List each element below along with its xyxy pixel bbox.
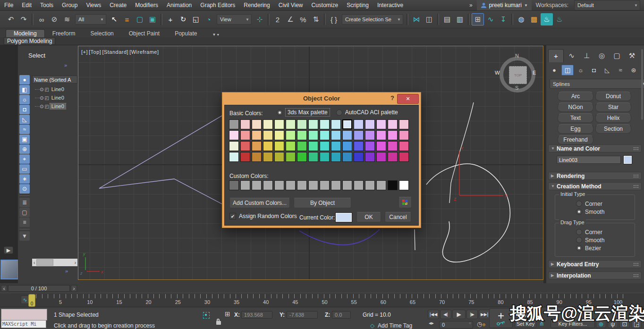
filter-groups-icon[interactable]: ▣ xyxy=(19,135,30,144)
filter-joints-icon[interactable]: ∗ xyxy=(19,174,30,184)
explorer-more2-icon[interactable]: » xyxy=(65,268,68,274)
color-swatch[interactable] xyxy=(354,119,364,129)
radio-icon[interactable] xyxy=(576,245,582,251)
cat-lights-icon[interactable]: ☼ xyxy=(575,65,587,76)
render-setup-icon[interactable]: ▩ xyxy=(528,13,540,25)
ribbon-tab-object-paint[interactable]: Object Paint xyxy=(121,30,167,37)
object-color-swatch[interactable] xyxy=(623,155,632,164)
menu-item[interactable]: Scripting xyxy=(342,0,373,10)
frame-spinner-icon[interactable]: ÷ xyxy=(469,321,471,326)
ribbon-tab-modeling[interactable]: Modeling xyxy=(6,29,45,37)
compass-east[interactable]: E xyxy=(533,70,536,76)
set-keys-button[interactable]: + xyxy=(489,308,513,328)
object-type-text[interactable]: Text xyxy=(558,113,593,123)
previous-frame-button[interactable]: ◀| xyxy=(440,310,451,319)
menu-item[interactable]: Customize xyxy=(307,0,343,10)
radio-icon[interactable] xyxy=(576,229,582,235)
filter-cameras-icon[interactable]: ◘ xyxy=(19,105,30,114)
menu-item[interactable]: Views xyxy=(82,0,105,10)
filter-shapes-icon[interactable]: ◧ xyxy=(19,85,30,94)
color-swatch[interactable] xyxy=(297,130,307,140)
filter-geometry-icon[interactable]: ● xyxy=(19,75,30,84)
color-swatch[interactable] xyxy=(331,152,341,162)
object-type-helix[interactable]: Helix xyxy=(595,113,631,123)
color-swatch[interactable] xyxy=(331,130,341,140)
rollout-name-and-color[interactable]: ▼ Name and Color xyxy=(548,144,642,152)
color-swatch[interactable] xyxy=(274,130,284,140)
palette-option[interactable]: AutoCAD ACI palette xyxy=(336,109,398,116)
add-custom-colors-button[interactable]: Add Custom Colors... xyxy=(229,198,290,208)
select-by-name-icon[interactable]: ≡ xyxy=(121,13,133,25)
add-time-tag[interactable]: Add Time Tag xyxy=(378,322,412,329)
custom-color-swatch[interactable] xyxy=(263,180,273,190)
maximize-viewport-icon[interactable]: ◲ xyxy=(631,320,642,328)
selection-filter-dropdown[interactable]: All▼ xyxy=(75,14,106,25)
layer-manager-icon[interactable]: ▤ xyxy=(441,13,453,25)
filter-visibility-icon[interactable]: ⊙ xyxy=(19,184,30,194)
schematic-view-icon[interactable]: ↧ xyxy=(497,13,509,25)
color-swatch[interactable] xyxy=(308,152,318,162)
display-list-icon[interactable]: ≣ xyxy=(19,198,30,207)
filter-containers-icon[interactable]: ▭ xyxy=(19,164,30,174)
steering-wheel-icon[interactable]: ◎ xyxy=(632,310,637,317)
object-type-section[interactable]: Section xyxy=(595,124,631,134)
scene-object-row[interactable]: ⊙◰Line0 xyxy=(32,85,77,93)
color-swatch[interactable] xyxy=(376,141,386,151)
color-swatch[interactable] xyxy=(342,119,352,129)
color-swatch[interactable] xyxy=(263,141,273,151)
cancel-button[interactable]: Cancel xyxy=(385,212,411,222)
viewcube-top-face[interactable]: TOP xyxy=(509,66,527,84)
color-swatch[interactable] xyxy=(297,152,307,162)
color-swatch[interactable] xyxy=(229,152,239,162)
filter-lights-icon[interactable]: ☼ xyxy=(19,95,30,104)
scroll-left-icon[interactable]: ‹ xyxy=(32,260,36,265)
z-coord-field[interactable]: 0.0 xyxy=(332,311,351,319)
key-filters-button[interactable]: Key Filters... xyxy=(551,320,595,328)
rectangular-selection-region-icon[interactable]: ▢ xyxy=(134,13,146,25)
trackbar-left-icon[interactable]: ‹ xyxy=(1,285,7,292)
color-swatch[interactable] xyxy=(297,119,307,129)
compass-south[interactable]: S xyxy=(515,85,518,91)
color-swatch[interactable] xyxy=(365,152,375,162)
radio-option-smooth[interactable]: Smooth xyxy=(555,208,635,216)
custom-color-swatch[interactable] xyxy=(354,180,364,190)
reference-coordinate-dropdown[interactable]: View▼ xyxy=(217,14,252,25)
filter-helpers-icon[interactable]: ◺ xyxy=(19,115,30,124)
color-swatch[interactable] xyxy=(320,130,330,140)
menu-item[interactable]: Animation xyxy=(162,0,196,10)
rendered-frame-window-icon[interactable]: ♨ xyxy=(541,13,553,25)
object-type-donut[interactable]: Donut xyxy=(595,92,631,101)
radio-icon[interactable] xyxy=(576,209,582,215)
timeline[interactable]: ∿ 51015202530354045505560657075808590951… xyxy=(0,293,644,307)
expand-panel-button[interactable]: ▶ xyxy=(4,246,13,254)
maxscript-mini-listener[interactable]: MAXScript Mi xyxy=(1,320,46,328)
select-and-scale-icon[interactable]: ◱ xyxy=(190,13,202,25)
maxscript-mini-listener-pink[interactable] xyxy=(1,309,47,321)
color-swatch[interactable] xyxy=(342,141,352,151)
curve-editor-icon[interactable]: ∿ xyxy=(484,13,497,25)
visibility-eye-icon[interactable]: ⊙ xyxy=(40,95,43,101)
color-swatch[interactable] xyxy=(354,130,364,140)
custom-color-swatch[interactable] xyxy=(365,180,375,190)
render-production-icon[interactable]: ♨ xyxy=(553,13,566,25)
scene-object-row[interactable]: ⊙◰Line0 xyxy=(32,93,77,102)
object-type-freehand[interactable]: Freehand xyxy=(558,135,593,144)
color-swatch[interactable] xyxy=(354,152,364,162)
color-swatch[interactable] xyxy=(388,130,398,140)
spline-category-dropdown[interactable]: Splines▼ xyxy=(550,79,644,89)
radio-icon[interactable] xyxy=(576,237,582,243)
color-swatch[interactable] xyxy=(286,152,296,162)
color-swatch[interactable] xyxy=(376,152,386,162)
custom-color-swatch[interactable] xyxy=(240,180,250,190)
color-swatch[interactable] xyxy=(388,152,398,162)
color-swatch[interactable] xyxy=(388,119,398,129)
color-swatch[interactable] xyxy=(320,141,330,151)
cat-systems-icon[interactable]: ⊛ xyxy=(627,65,640,76)
named-selection-sets-dropdown[interactable]: Create Selection Se▼ xyxy=(342,14,403,25)
tab-motion[interactable]: ◎ xyxy=(594,50,609,62)
color-swatch[interactable] xyxy=(399,152,409,162)
color-swatch[interactable] xyxy=(365,119,375,129)
bind-to-space-warp-icon[interactable]: ≋ xyxy=(61,13,73,25)
color-swatch[interactable] xyxy=(274,119,284,129)
filter-bones-icon[interactable]: ⌖ xyxy=(19,154,30,164)
